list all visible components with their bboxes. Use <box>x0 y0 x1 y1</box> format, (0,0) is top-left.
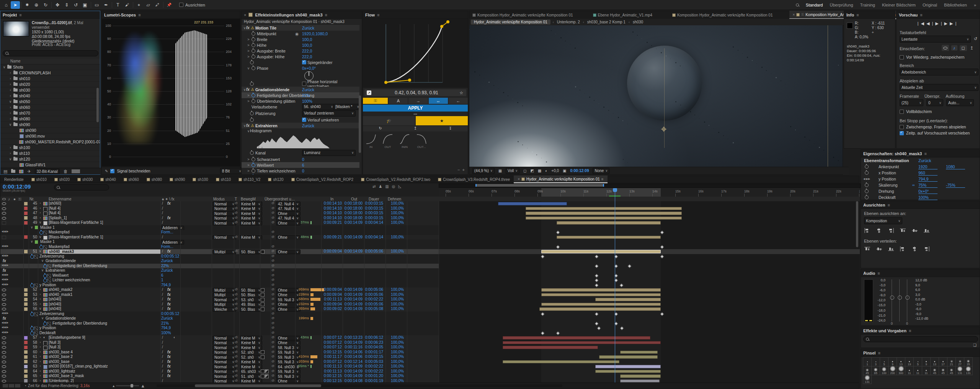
flow-preset-out[interactable]: OUT... <box>415 134 428 150</box>
parent-pickwhip-icon[interactable]: @ <box>235 220 238 224</box>
pickwhip-icon[interactable]: @ <box>271 379 274 382</box>
stretch-value[interactable]: 100,0% <box>385 302 404 306</box>
audio-slider-knob-2[interactable] <box>905 295 910 300</box>
fx-switch[interactable]: fx <box>167 249 171 253</box>
flow-bezier-value[interactable]: 0.42, 0.04, 0.93, 0.91 <box>374 90 459 95</box>
parent-pickwhip-icon[interactable]: @ <box>235 355 238 358</box>
project-tree-item-sh040[interactable]: ›sh040 <box>0 93 100 99</box>
quality-switch[interactable]: / <box>162 359 163 364</box>
chevron-right-icon[interactable]: › <box>9 94 12 98</box>
motion-blur-icon[interactable]: ◎ <box>392 184 395 189</box>
stopwatch-icon[interactable] <box>252 43 255 47</box>
layer-name[interactable]: [sh040] <box>49 302 159 306</box>
twirl-closed[interactable]: › <box>39 359 42 363</box>
panel-menu-icon[interactable]: ≡ <box>19 13 21 17</box>
graph-toggle-icon[interactable] <box>47 322 51 326</box>
composition-mini-flowchart-icon[interactable]: ⇄ <box>372 184 376 189</box>
mode-dropdown[interactable]: Normal∨ <box>212 297 236 302</box>
fx-switch[interactable]: fx <box>167 201 171 205</box>
flow-curve-editor[interactable] <box>363 19 468 88</box>
label-swatch[interactable] <box>24 350 28 354</box>
duration-value[interactable]: 0:00:05:06 <box>364 302 383 306</box>
mode-dropdown[interactable]: Normal∨ <box>212 369 236 374</box>
chevron-right-icon[interactable]: > <box>247 43 250 47</box>
chevron-right-icon[interactable]: › <box>9 105 12 109</box>
out-value[interactable]: 0:00:14:09 <box>343 340 363 345</box>
timeline-tab-sh020[interactable]: sh020 <box>51 176 74 183</box>
project-tree-item-sh120[interactable]: ∨sh120 <box>0 156 100 162</box>
in-value[interactable]: 0:00:11:13 <box>323 369 342 373</box>
twirl-closed[interactable]: › <box>39 206 42 210</box>
project-tree-scrollbar[interactable] <box>96 88 99 122</box>
trackmatte-dropdown[interactable]: 50. Blas∨ <box>239 293 262 297</box>
project-item-title[interactable]: CrownSp...01-0200].tif, 2 Mal verwendet <box>32 21 83 30</box>
effect-reset-link[interactable]: Zurück <box>302 123 314 128</box>
effect-name[interactable]: Extrahieren <box>46 268 65 272</box>
out-value[interactable]: 0:00:14:09 <box>343 307 363 311</box>
layer-name[interactable]: [Null 3] <box>49 345 159 349</box>
stretch-value[interactable]: 100,0% <box>385 206 404 210</box>
effect-property-lichter-weichzeichnen[interactable]: >Lichter weichzeichnen1 <box>242 174 359 174</box>
in-value[interactable]: 0:00:11:17 <box>323 355 342 359</box>
trackmatte-dropdown[interactable]: 52. sh0∨ <box>239 350 262 355</box>
next-frame-button[interactable]: |▶ <box>941 21 950 26</box>
pickwhip-icon[interactable]: @ <box>271 264 274 267</box>
panel-menu-icon[interactable]: ≡ <box>924 151 926 156</box>
keyframe-nav[interactable]: ◀◆▶ <box>2 312 9 315</box>
fx-switch[interactable]: fx <box>167 287 171 292</box>
property-name[interactable]: Maskenpfad <box>49 245 69 249</box>
stopwatch-icon[interactable] <box>30 332 34 335</box>
trackmatte-dropdown[interactable]: Keine M∨ <box>239 235 262 240</box>
timeline-tab-hydor-animatic-verkn-pfte-komposition-01[interactable]: ×Hydor_Animatic verknüpfte Komposition 0… <box>514 176 607 183</box>
timeline-tab-sh040[interactable]: sh040 <box>96 176 119 183</box>
duration-value[interactable]: 0:00:01:17 <box>364 350 383 354</box>
mode-dropdown[interactable]: Normal∨ <box>212 202 236 206</box>
timeline-horizontal-scrollbar[interactable] <box>157 384 562 387</box>
effect-property-fertigstellung-der-überblendung[interactable]: >Fertigstellung der Überblendung22% <box>242 92 359 98</box>
property-value[interactable]: 222,0 <box>302 49 312 53</box>
in-value[interactable]: 0:00:14:10 <box>323 216 342 220</box>
tool-zoom-icon[interactable]: ⊕ <box>32 1 41 9</box>
brush-preset-22[interactable]: 45 <box>939 366 947 375</box>
effect-checkbox-verlauf-umkehren[interactable]: Verlauf umkehren <box>242 117 359 123</box>
effect-reset-link[interactable]: Zurück <box>161 316 173 320</box>
label-swatch[interactable] <box>24 302 28 306</box>
tool-rect-mask-icon[interactable]: ▭ <box>92 1 101 9</box>
fx-switch[interactable]: fx <box>167 297 171 301</box>
effect-reset-link[interactable]: Zurück <box>302 26 314 30</box>
duration-value[interactable]: 0:00:03:15 <box>364 211 383 215</box>
eye-icon[interactable] <box>2 212 6 215</box>
layer-row-46[interactable]: 46›[Null 4]/Normal∨@Keine M∨@47. Null 4∨… <box>0 206 860 212</box>
brush-preset-23[interactable]: 45 <box>947 366 956 375</box>
parent-pickwhip-icon[interactable]: @ <box>235 249 238 253</box>
in-value[interactable]: 0:00:09:04 <box>323 249 342 253</box>
flow-zoom-in-icon[interactable]: + <box>462 167 465 172</box>
mask-toggle-icon[interactable]: ◻ <box>523 169 526 173</box>
chevron-right-icon[interactable]: > <box>247 99 250 103</box>
stopwatch-icon[interactable] <box>252 55 255 59</box>
cache-before-playback-checkbox[interactable] <box>900 55 904 59</box>
play-cached-frames-checkbox[interactable] <box>900 125 904 129</box>
toggle-pane-2[interactable] <box>9 384 14 387</box>
trackmatte-dropdown[interactable]: Keine M∨ <box>239 202 262 206</box>
new-folder-icon[interactable] <box>11 170 15 173</box>
flow-arrow-right-button[interactable]: → <box>408 98 428 104</box>
viewer-timecode[interactable]: 0:00:12:09 <box>570 169 589 173</box>
snap-checkbox[interactable] <box>179 3 183 7</box>
mode-dropdown[interactable]: Normal∨ <box>212 374 236 379</box>
work-area-bar[interactable] <box>541 188 661 197</box>
dropdown[interactable]: Verlauf zentrieren∨ <box>302 110 356 117</box>
pickwhip-icon[interactable]: @ <box>271 369 274 373</box>
layer-duration-bar[interactable] <box>503 360 619 364</box>
stopwatch-icon[interactable] <box>250 151 254 155</box>
label-swatch[interactable] <box>24 369 28 373</box>
distribute-button-dist-center-h[interactable] <box>911 246 918 251</box>
layer-duration-bar[interactable] <box>526 212 682 215</box>
parent-pickwhip-icon[interactable]: @ <box>235 359 238 363</box>
stopwatch-icon[interactable] <box>252 158 255 161</box>
property-value[interactable]: 0:00:05:12 <box>161 254 179 258</box>
shortcut-dropdown[interactable]: Leertaste∨ <box>900 36 971 43</box>
trackmatte-dropdown[interactable]: Keine M∨ <box>239 364 262 369</box>
layer-row-48[interactable]: 48›[Splash_1]/fxNormal∨@Keine M∨@47. Nul… <box>0 216 860 221</box>
pickwhip-icon[interactable]: @ <box>271 292 274 296</box>
